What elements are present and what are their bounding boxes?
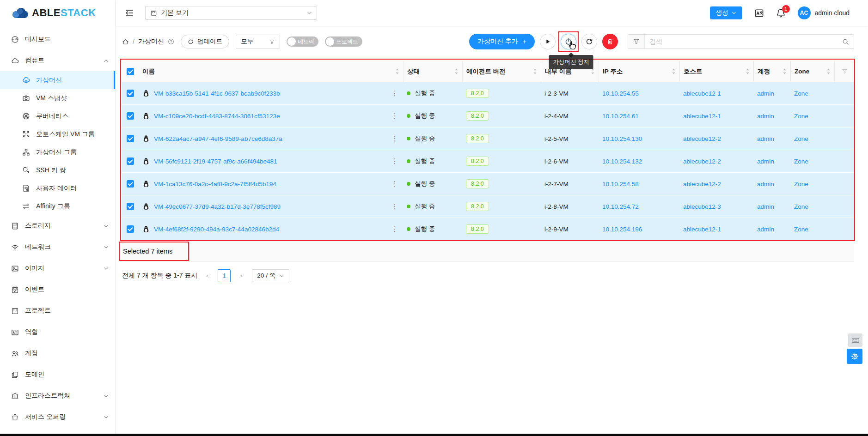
sidebar-item-infrastructure[interactable]: 인프라스트럭쳐 bbox=[0, 385, 115, 406]
stop-vm-button[interactable] bbox=[561, 34, 576, 49]
filter-select[interactable]: 모두 bbox=[236, 35, 280, 48]
host-link[interactable]: ablecube12-1 bbox=[683, 113, 721, 120]
account-link[interactable]: admin bbox=[757, 158, 774, 165]
host-link[interactable]: ablecube12-2 bbox=[683, 158, 721, 165]
ip-link[interactable]: 10.10.254.61 bbox=[602, 113, 639, 120]
account-link[interactable]: admin bbox=[757, 113, 774, 120]
sorter-icon[interactable] bbox=[672, 68, 676, 75]
row-actions-menu[interactable]: ⋮ bbox=[386, 89, 403, 97]
sidebar-item-storage[interactable]: 스토리지 bbox=[0, 215, 115, 236]
ip-link[interactable]: 10.10.254.132 bbox=[602, 158, 642, 165]
header-cell-status[interactable]: 상태 bbox=[403, 61, 462, 82]
ip-link[interactable]: 10.10.254.130 bbox=[602, 135, 642, 142]
header-cell-account[interactable]: 계정 bbox=[753, 61, 790, 82]
row-checkbox[interactable] bbox=[127, 112, 134, 120]
header-cell-name[interactable]: 이름 bbox=[139, 61, 403, 82]
sidebar-item-projects[interactable]: 프로젝트 bbox=[0, 300, 115, 321]
vm-name-link[interactable]: VM-49ec0677-37d9-4a32-b17d-3e778f5cf989 bbox=[154, 203, 281, 210]
sidebar-item-service-offering[interactable]: 서비스 오퍼링 bbox=[0, 406, 115, 428]
sidebar-collapse-icon[interactable] bbox=[125, 8, 134, 18]
vm-name-link[interactable]: VM-4ef68f2f-9290-494a-93c7-44a02846b2d4 bbox=[154, 226, 279, 233]
zone-link[interactable]: Zone bbox=[794, 181, 808, 188]
vm-name-link[interactable]: VM-1ca13c76-0a2c-4af8-9c2a-7f5ff4d5b194 bbox=[154, 181, 276, 188]
row-checkbox[interactable] bbox=[127, 203, 134, 210]
vm-name-link[interactable]: VM-c109ce20-bcdf-4483-8744-3061cf53123e bbox=[154, 113, 280, 120]
ip-link[interactable]: 10.10.254.72 bbox=[602, 203, 639, 210]
zone-link[interactable]: Zone bbox=[794, 135, 808, 142]
account-link[interactable]: admin bbox=[757, 181, 774, 188]
row-actions-menu[interactable]: ⋮ bbox=[386, 180, 403, 188]
account-link[interactable]: admin bbox=[757, 226, 774, 233]
search-filter-button[interactable] bbox=[628, 35, 645, 48]
ip-link[interactable]: 10.10.254.196 bbox=[602, 226, 642, 233]
header-cell-host[interactable]: 호스트 bbox=[679, 61, 753, 82]
sidebar-item-affinity-group[interactable]: Affinity 그룹 bbox=[0, 197, 115, 215]
create-button[interactable]: 생성 bbox=[710, 6, 742, 19]
row-actions-menu[interactable]: ⋮ bbox=[386, 134, 403, 143]
reboot-vm-button[interactable] bbox=[581, 34, 597, 49]
zone-link[interactable]: Zone bbox=[794, 203, 808, 210]
row-actions-menu[interactable]: ⋮ bbox=[386, 202, 403, 211]
row-checkbox[interactable] bbox=[127, 180, 134, 188]
ip-link[interactable]: 10.10.254.58 bbox=[602, 181, 639, 188]
sidebar-item-ssh-key-pair[interactable]: SSH 키 쌍 bbox=[0, 161, 115, 179]
header-cell-agent_version[interactable]: 에이전트 버전 bbox=[462, 61, 541, 82]
search-icon[interactable] bbox=[837, 38, 854, 45]
metric-toggle[interactable]: 메트릭 bbox=[287, 36, 318, 47]
view-select[interactable]: 기본 보기 bbox=[145, 6, 317, 20]
update-button[interactable]: 업데이트 bbox=[181, 35, 229, 48]
sidebar-item-vm-snapshot[interactable]: VM 스냅샷 bbox=[0, 89, 115, 107]
help-question-icon[interactable] bbox=[168, 38, 174, 45]
row-checkbox[interactable] bbox=[127, 157, 134, 165]
host-link[interactable]: ablecube12-1 bbox=[683, 90, 721, 97]
header-cell-zone[interactable]: Zone bbox=[790, 61, 834, 82]
vm-name-link[interactable]: VM-56fc9121-2f19-4757-af9c-a66f494be481 bbox=[154, 158, 277, 165]
project-toggle[interactable]: 프로젝트 bbox=[325, 36, 362, 47]
sorter-icon[interactable] bbox=[454, 68, 458, 75]
row-checkbox[interactable] bbox=[127, 135, 134, 142]
pagination-next-button[interactable]: > bbox=[235, 270, 247, 282]
sorter-icon[interactable] bbox=[395, 68, 399, 75]
row-actions-menu[interactable]: ⋮ bbox=[386, 157, 403, 165]
settings-fab-button[interactable] bbox=[847, 349, 862, 364]
sidebar-item-virtual-machines[interactable]: 가상머신 bbox=[0, 71, 115, 89]
destroy-vm-button[interactable] bbox=[602, 34, 618, 49]
host-link[interactable]: ablecube12-2 bbox=[683, 135, 721, 142]
sidebar-item-compute[interactable]: 컴퓨트 bbox=[0, 50, 115, 71]
notification-bell-icon[interactable]: 1 bbox=[776, 8, 786, 18]
search-input[interactable] bbox=[645, 38, 837, 45]
ip-link[interactable]: 10.10.254.55 bbox=[602, 90, 639, 97]
sidebar-item-roles[interactable]: 역할 bbox=[0, 321, 115, 343]
account-link[interactable]: admin bbox=[757, 203, 774, 210]
zone-link[interactable]: Zone bbox=[794, 226, 808, 233]
zone-link[interactable]: Zone bbox=[794, 90, 808, 97]
sidebar-item-images[interactable]: 이미지 bbox=[0, 258, 115, 279]
host-link[interactable]: ablecube12-3 bbox=[683, 203, 721, 210]
vm-name-link[interactable]: VM-622a4ac7-a947-4ef6-9589-ab7ce6d8a37a bbox=[154, 135, 282, 142]
sidebar-item-domains[interactable]: 도메인 bbox=[0, 364, 115, 385]
zone-link[interactable]: Zone bbox=[794, 113, 808, 120]
host-link[interactable]: ablecube12-2 bbox=[683, 181, 721, 188]
sidebar-item-dashboard[interactable]: 대시보드 bbox=[0, 29, 115, 50]
sidebar-item-vm-group[interactable]: 가상머신 그룹 bbox=[0, 143, 115, 161]
user-menu[interactable]: AC admin cloud bbox=[798, 6, 850, 19]
translate-icon[interactable] bbox=[754, 8, 764, 18]
vm-name-link[interactable]: VM-b33ca15b-5141-4f1c-9637-bcab9c0f233b bbox=[154, 90, 280, 97]
sidebar-item-events[interactable]: 이벤트 bbox=[0, 279, 115, 300]
sidebar-item-kubernetes[interactable]: 쿠버네티스 bbox=[0, 107, 115, 125]
sidebar-item-user-data[interactable]: 사용자 데이터 bbox=[0, 179, 115, 197]
header-cell-filter[interactable] bbox=[834, 61, 854, 82]
select-all-checkbox[interactable] bbox=[127, 68, 134, 75]
pagination-page-1[interactable]: 1 bbox=[218, 269, 231, 282]
start-vm-button[interactable] bbox=[540, 34, 556, 49]
keyboard-shortcuts-button[interactable] bbox=[848, 333, 862, 347]
sidebar-item-network[interactable]: 네트워크 bbox=[0, 236, 115, 258]
header-cell-ip[interactable]: IP 주소 bbox=[599, 61, 679, 82]
host-link[interactable]: ablecube12-1 bbox=[683, 226, 721, 233]
row-checkbox[interactable] bbox=[127, 90, 134, 97]
add-vm-button[interactable]: 가상머신 추가+ bbox=[469, 34, 535, 49]
row-actions-menu[interactable]: ⋮ bbox=[386, 225, 403, 233]
zone-link[interactable]: Zone bbox=[794, 158, 808, 165]
sorter-icon[interactable] bbox=[533, 68, 537, 75]
sorter-icon[interactable] bbox=[746, 68, 750, 75]
